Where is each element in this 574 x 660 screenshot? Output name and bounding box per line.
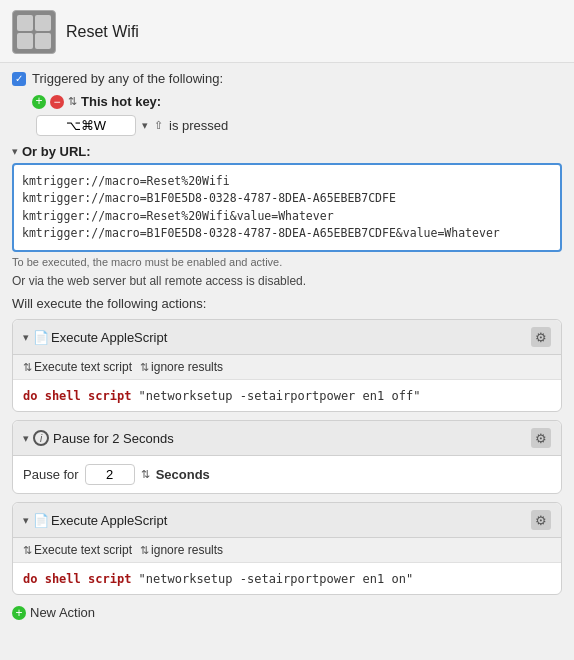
action1-collapse-icon[interactable]: ▾ [23, 331, 29, 344]
action2-keyword: do shell script [23, 572, 131, 586]
hotkey-section-label: This hot key: [81, 94, 161, 109]
macro-title[interactable]: Reset Wifi [66, 23, 139, 41]
action2-ignore-icon: ⇅ [140, 544, 149, 557]
main-content: Triggered by any of the following: ⇅ Thi… [0, 63, 574, 634]
url-line-1: kmtrigger://macro=Reset%20Wifi [22, 173, 552, 190]
action2-subheader: ⇅ Execute text script ⇅ ignore results [13, 538, 561, 563]
action-card-2: ▾ 📄 Execute AppleScript ⚙ ⇅ Execute text… [12, 502, 562, 595]
action2-doc-icon: 📄 [33, 513, 49, 528]
macro-icon [12, 10, 56, 54]
action1-subheader-right[interactable]: ⇅ ignore results [140, 360, 223, 374]
will-execute-label: Will execute the following actions: [12, 296, 562, 311]
action2-title: Execute AppleScript [51, 513, 531, 528]
action1-ignore-label: ignore results [151, 360, 223, 374]
action-card-pause: ▾ Pause for 2 Seconds ⚙ Pause for ⇅ Seco… [12, 420, 562, 494]
action1-subheader: ⇅ Execute text script ⇅ ignore results [13, 355, 561, 380]
modifier-arrows-icon: ⇧ [154, 119, 163, 132]
action2-collapse-icon[interactable]: ▾ [23, 514, 29, 527]
pause-value-input[interactable] [85, 464, 135, 485]
hotkey-section: ⇅ This hot key: ▾ ⇧ is pressed [32, 94, 562, 136]
action2-subheader-left[interactable]: ⇅ Execute text script [23, 543, 132, 557]
action2-body: do shell script "networksetup -setairpor… [13, 563, 561, 594]
pause-collapse-icon[interactable]: ▾ [23, 432, 29, 445]
action2-code-string: "networksetup -setairportpower en1 on" [131, 572, 413, 586]
action1-keyword: do shell script [23, 389, 131, 403]
add-hotkey-button[interactable] [32, 95, 46, 109]
action1-updown-icon: ⇅ [23, 361, 32, 374]
new-action-label: New Action [30, 605, 95, 620]
url-section-label: Or by URL: [22, 144, 91, 159]
url-section: ▾ Or by URL: kmtrigger://macro=Reset%20W… [12, 144, 562, 268]
action1-subheader-left[interactable]: ⇅ Execute text script [23, 360, 132, 374]
pause-info-icon [33, 430, 49, 446]
action1-doc-icon: 📄 [33, 330, 49, 345]
url-section-header: ▾ Or by URL: [12, 144, 562, 159]
pause-title: Pause for 2 Seconds [53, 431, 531, 446]
action1-execute-label: Execute text script [34, 360, 132, 374]
action2-code: do shell script "networksetup -setairpor… [23, 572, 413, 586]
pause-seconds-label: Seconds [156, 467, 210, 482]
url-collapse-icon[interactable]: ▾ [12, 145, 18, 158]
action1-gear-button[interactable]: ⚙ [531, 327, 551, 347]
action2-execute-label: Execute text script [34, 543, 132, 557]
action2-subheader-right[interactable]: ⇅ ignore results [140, 543, 223, 557]
hotkey-header: ⇅ This hot key: [32, 94, 562, 109]
pause-header: ▾ Pause for 2 Seconds ⚙ [13, 421, 561, 456]
action2-updown-icon: ⇅ [23, 544, 32, 557]
action1-title: Execute AppleScript [51, 330, 531, 345]
action2-ignore-label: ignore results [151, 543, 223, 557]
pause-updown-icon[interactable]: ⇅ [141, 468, 150, 481]
triggered-row: Triggered by any of the following: [12, 71, 562, 86]
action1-code-string: "networksetup -setairportpower en1 off" [131, 389, 420, 403]
pause-body: Pause for ⇅ Seconds [13, 456, 561, 493]
url-line-3: kmtrigger://macro=Reset%20Wifi&value=Wha… [22, 208, 552, 225]
url-note: To be executed, the macro must be enable… [12, 256, 562, 268]
is-pressed-label: is pressed [169, 118, 228, 133]
url-line-4: kmtrigger://macro=B1F0E5D8-0328-4787-8DE… [22, 225, 552, 242]
action-card-1: ▾ 📄 Execute AppleScript ⚙ ⇅ Execute text… [12, 319, 562, 412]
action1-code: do shell script "networksetup -setairpor… [23, 389, 420, 403]
sort-arrows-icon: ⇅ [68, 95, 77, 108]
action-header-2: ▾ 📄 Execute AppleScript ⚙ [13, 503, 561, 538]
hotkey-input[interactable] [36, 115, 136, 136]
action-header-1: ▾ 📄 Execute AppleScript ⚙ [13, 320, 561, 355]
triggered-checkbox[interactable] [12, 72, 26, 86]
url-line-2: kmtrigger://macro=B1F0E5D8-0328-4787-8DE… [22, 190, 552, 207]
hotkey-dropdown-icon[interactable]: ▾ [142, 119, 148, 132]
new-action-button[interactable]: New Action [12, 605, 95, 620]
triggered-label: Triggered by any of the following: [32, 71, 223, 86]
pause-for-label: Pause for [23, 467, 79, 482]
title-bar: Reset Wifi [0, 0, 574, 63]
remove-hotkey-button[interactable] [50, 95, 64, 109]
action1-body: do shell script "networksetup -setairpor… [13, 380, 561, 411]
action1-ignore-icon: ⇅ [140, 361, 149, 374]
pause-gear-button[interactable]: ⚙ [531, 428, 551, 448]
action2-gear-button[interactable]: ⚙ [531, 510, 551, 530]
new-action-row: New Action [12, 603, 562, 622]
url-box: kmtrigger://macro=Reset%20Wifi kmtrigger… [12, 163, 562, 252]
new-action-plus-icon [12, 606, 26, 620]
hotkey-row: ▾ ⇧ is pressed [36, 115, 562, 136]
web-server-note: Or via the web server but all remote acc… [12, 274, 562, 288]
